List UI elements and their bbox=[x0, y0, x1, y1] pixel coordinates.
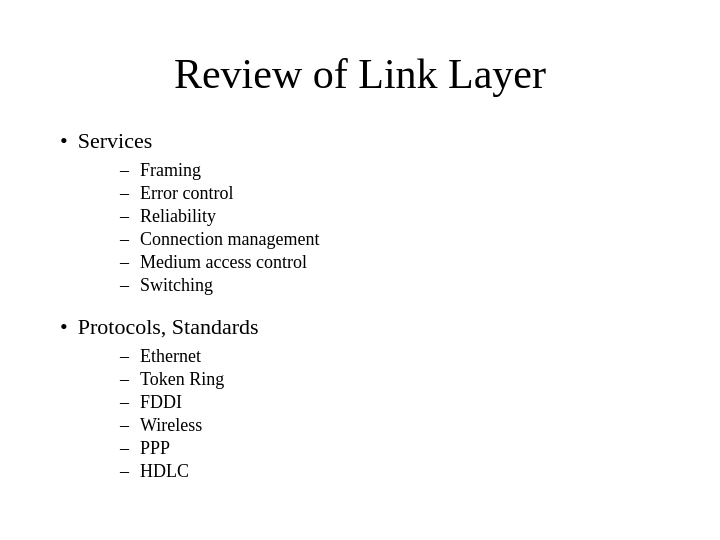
sub-item-text: Framing bbox=[140, 160, 201, 181]
dash-icon: – bbox=[120, 392, 132, 413]
dash-icon: – bbox=[120, 160, 132, 181]
dash-icon: – bbox=[120, 369, 132, 390]
dash-icon: – bbox=[120, 438, 132, 459]
services-bullet: • Services bbox=[60, 128, 660, 154]
services-label: Services bbox=[78, 128, 153, 154]
services-sub-list: – Framing – Error control – Reliability … bbox=[120, 160, 660, 296]
list-item: – Error control bbox=[120, 183, 660, 204]
list-item: – Ethernet bbox=[120, 346, 660, 367]
dash-icon: – bbox=[120, 346, 132, 367]
list-item: – FDDI bbox=[120, 392, 660, 413]
list-item: – Reliability bbox=[120, 206, 660, 227]
sub-item-text: Reliability bbox=[140, 206, 216, 227]
list-item: – Switching bbox=[120, 275, 660, 296]
dash-icon: – bbox=[120, 461, 132, 482]
list-item: – Wireless bbox=[120, 415, 660, 436]
dash-icon: – bbox=[120, 275, 132, 296]
slide-title: Review of Link Layer bbox=[60, 50, 660, 98]
dash-icon: – bbox=[120, 415, 132, 436]
dash-icon: – bbox=[120, 206, 132, 227]
services-bullet-dot: • bbox=[60, 128, 68, 154]
list-item: – HDLC bbox=[120, 461, 660, 482]
sub-item-text: Error control bbox=[140, 183, 233, 204]
list-item: – PPP bbox=[120, 438, 660, 459]
list-item: – Connection management bbox=[120, 229, 660, 250]
dash-icon: – bbox=[120, 229, 132, 250]
sub-item-text: Wireless bbox=[140, 415, 202, 436]
list-item: – Medium access control bbox=[120, 252, 660, 273]
protocols-section: • Protocols, Standards – Ethernet – Toke… bbox=[60, 314, 660, 482]
protocols-label: Protocols, Standards bbox=[78, 314, 259, 340]
slide: Review of Link Layer • Services – Framin… bbox=[0, 0, 720, 540]
sub-item-text: HDLC bbox=[140, 461, 189, 482]
services-section: • Services – Framing – Error control – R… bbox=[60, 128, 660, 296]
dash-icon: – bbox=[120, 183, 132, 204]
sub-item-text: PPP bbox=[140, 438, 170, 459]
sub-item-text: Connection management bbox=[140, 229, 319, 250]
sub-item-text: Ethernet bbox=[140, 346, 201, 367]
sub-item-text: Medium access control bbox=[140, 252, 307, 273]
sub-item-text: Switching bbox=[140, 275, 213, 296]
list-item: – Token Ring bbox=[120, 369, 660, 390]
sub-item-text: FDDI bbox=[140, 392, 182, 413]
protocols-bullet-dot: • bbox=[60, 314, 68, 340]
dash-icon: – bbox=[120, 252, 132, 273]
list-item: – Framing bbox=[120, 160, 660, 181]
protocols-bullet: • Protocols, Standards bbox=[60, 314, 660, 340]
protocols-sub-list: – Ethernet – Token Ring – FDDI – Wireles… bbox=[120, 346, 660, 482]
sub-item-text: Token Ring bbox=[140, 369, 224, 390]
